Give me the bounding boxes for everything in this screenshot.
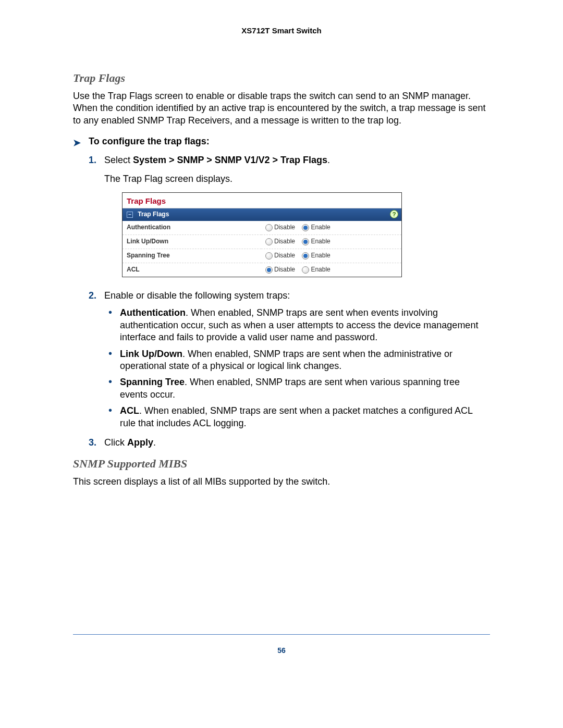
step-3-post: . <box>153 437 156 448</box>
mibs-text: This screen displays a list of all MIBs … <box>73 476 490 488</box>
procedure-heading: ➤ To configure the trap flags: <box>73 136 490 147</box>
disable-label: Disable <box>274 224 295 231</box>
table-row: Spanning Tree Disable Enable <box>123 249 401 263</box>
radio-linkupdown-disable[interactable] <box>265 238 273 245</box>
disable-label: Disable <box>274 266 295 273</box>
radio-spanningtree-enable[interactable] <box>302 252 309 260</box>
bullet-term: Link Up/Down <box>120 349 182 359</box>
step-2: Enable or disable the following system t… <box>104 290 490 429</box>
enable-label: Enable <box>311 266 330 273</box>
enable-label: Enable <box>311 238 330 245</box>
radio-spanningtree-disable[interactable] <box>265 252 273 260</box>
bullet-term: ACL <box>120 405 139 416</box>
radio-linkupdown-enable[interactable] <box>302 238 309 245</box>
step-1-path: System > SNMP > SNMP V1/V2 > Trap Flags <box>133 155 327 165</box>
bullet-text: . When enabled, SNMP traps are sent when… <box>120 405 472 428</box>
step-1: Select System > SNMP > SNMP V1/V2 > Trap… <box>104 154 490 277</box>
step-1-post: . <box>327 155 330 165</box>
row-label-spanningtree: Spanning Tree <box>123 249 261 263</box>
trap-flags-panel: Trap Flags – Trap Flags ? Authentication… <box>122 192 402 277</box>
footer-rule <box>73 634 490 635</box>
radio-authentication-disable[interactable] <box>265 224 273 231</box>
step-2-text: Enable or disable the following system t… <box>104 290 290 301</box>
trap-flags-table: Authentication Disable Enable Link Up/Do… <box>123 221 401 277</box>
step-3-bold: Apply <box>127 437 153 448</box>
section-title-trap-flags: Trap Flags <box>73 71 490 85</box>
bullet-term: Authentication <box>120 307 186 318</box>
row-label-authentication: Authentication <box>123 221 261 235</box>
table-row: ACL Disable Enable <box>123 263 401 277</box>
table-row: Link Up/Down Disable Enable <box>123 235 401 249</box>
disable-label: Disable <box>274 252 295 259</box>
radio-acl-disable[interactable] <box>265 266 273 274</box>
page-number: 56 <box>73 646 490 655</box>
arrow-right-icon: ➤ <box>73 137 81 149</box>
section-title-mibs: SNMP Supported MIBS <box>73 457 490 471</box>
step-3: Click Apply. <box>104 437 490 449</box>
row-label-acl: ACL <box>123 263 261 277</box>
panel-title: Trap Flags <box>123 193 401 208</box>
procedure-heading-text: To configure the trap flags: <box>89 136 210 146</box>
collapse-icon[interactable]: – <box>127 212 133 218</box>
panel-subheader-text: Trap Flags <box>138 211 169 218</box>
enable-label: Enable <box>311 252 330 259</box>
bullet-term: Spanning Tree <box>120 377 185 387</box>
step-1-pre: Select <box>104 155 133 165</box>
bullet-linkupdown: Link Up/Down. When enabled, SNMP traps a… <box>120 348 490 373</box>
bullet-authentication: Authentication. When enabled, SNMP traps… <box>120 307 490 343</box>
disable-label: Disable <box>274 238 295 245</box>
radio-authentication-enable[interactable] <box>302 224 309 231</box>
panel-subheader: – Trap Flags ? <box>123 208 401 221</box>
enable-label: Enable <box>311 224 330 231</box>
page-header: XS712T Smart Switch <box>73 26 490 35</box>
help-icon[interactable]: ? <box>390 210 398 218</box>
bullet-acl: ACL. When enabled, SNMP traps are sent w… <box>120 405 490 429</box>
bullet-spanningtree: Spanning Tree. When enabled, SNMP traps … <box>120 376 490 401</box>
row-label-linkupdown: Link Up/Down <box>123 235 261 249</box>
table-row: Authentication Disable Enable <box>123 221 401 235</box>
step-1-after: The Trap Flag screen displays. <box>104 173 490 185</box>
radio-acl-enable[interactable] <box>302 266 309 274</box>
step-3-pre: Click <box>104 437 127 448</box>
intro-paragraph: Use the Trap Flags screen to enable or d… <box>73 90 490 127</box>
